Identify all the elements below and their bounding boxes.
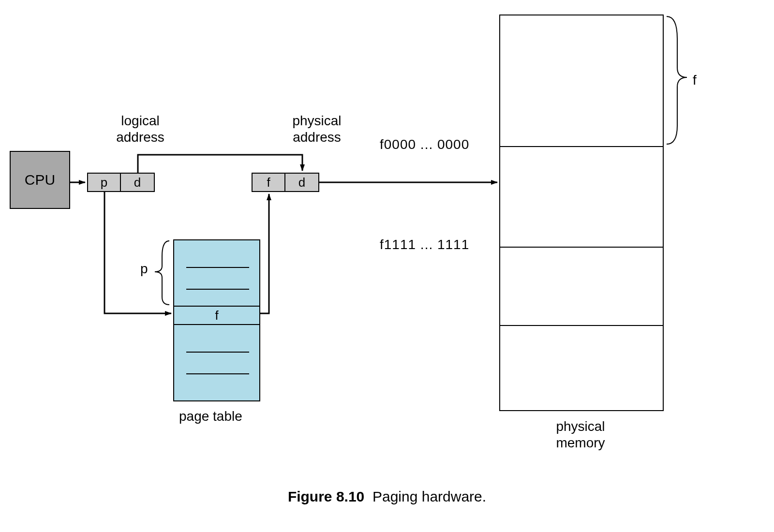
physical-f-cell: f: [252, 173, 285, 192]
f-brace-label: f: [693, 73, 697, 88]
physical-memory-label: physical memory: [537, 418, 624, 451]
logical-d-cell: d: [121, 173, 155, 192]
page-table-f-row: f: [174, 306, 259, 325]
arrow-d-to-d: [138, 155, 302, 173]
physical-memory-box: [499, 15, 664, 411]
logical-address-label: logical address: [106, 113, 174, 145]
f-brace: [667, 16, 687, 144]
physical-address-box: f d: [252, 173, 319, 192]
logical-p-cell: p: [87, 173, 121, 192]
arrow-f-to-physicalf: [260, 194, 269, 313]
logical-address-box: p d: [87, 173, 155, 192]
p-brace: [155, 241, 169, 305]
cpu-label: CPU: [25, 172, 55, 188]
physical-address-label: physical address: [283, 113, 351, 145]
frame-top-address: f0000 ... 0000: [380, 137, 469, 152]
figure-caption: Figure 8.10 Paging hardware.: [0, 488, 774, 505]
frame-bottom-address: f1111 ... 1111: [380, 237, 469, 252]
paging-hardware-diagram: CPU logical address p d physical address…: [0, 0, 774, 532]
page-table-box: f: [173, 239, 260, 401]
arrow-p-to-pagetable: [104, 192, 171, 313]
cpu-box: CPU: [10, 151, 70, 209]
physical-d-cell: d: [285, 173, 319, 192]
p-brace-label: p: [140, 261, 148, 277]
page-table-label: page table: [179, 409, 242, 424]
